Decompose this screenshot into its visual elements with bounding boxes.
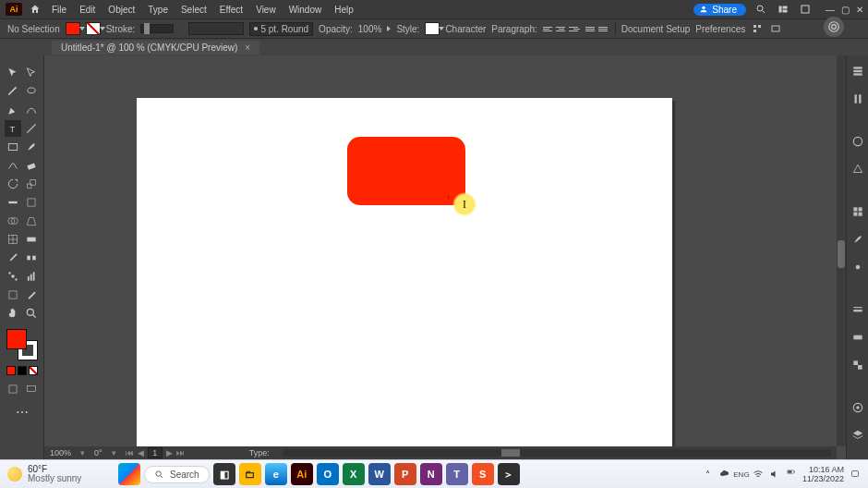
start-button[interactable] [118, 463, 140, 485]
swatches-icon[interactable] [850, 205, 865, 218]
fill-color-icon[interactable] [6, 329, 27, 349]
workspace-icon[interactable] [798, 2, 813, 17]
document-tab[interactable]: Untitled-1* @ 100 % (CMYK/CPU Preview) × [52, 41, 259, 55]
menu-window[interactable]: Window [289, 5, 322, 15]
close-tab-icon[interactable]: × [245, 43, 250, 53]
eraser-tool[interactable] [23, 157, 40, 174]
eyedropper-tool[interactable] [5, 250, 21, 266]
bullet-list-icon[interactable] [585, 23, 597, 34]
appearance-icon[interactable] [850, 401, 865, 414]
first-icon[interactable]: ⏮ [126, 448, 134, 458]
prev-icon[interactable]: ◀ [138, 448, 144, 458]
artboard[interactable]: ↕ I [137, 98, 672, 449]
explorer-icon[interactable]: 🗀 [239, 463, 261, 485]
arrange-icon[interactable] [776, 2, 790, 17]
chevron-icon[interactable] [387, 26, 391, 31]
free-transform-tool[interactable] [23, 194, 40, 211]
align-panel-icon[interactable] [751, 22, 764, 35]
align-center-icon[interactable] [556, 23, 567, 34]
share-button[interactable]: Share [693, 4, 746, 16]
hand-tool[interactable] [5, 305, 21, 322]
scroll-thumb[interactable] [838, 240, 845, 268]
width-tool[interactable] [5, 194, 21, 211]
opacity-value[interactable]: 100% [358, 24, 382, 34]
taskbar-search[interactable]: Search [144, 466, 210, 483]
weather-widget[interactable]: 60°F Mostly sunny [0, 465, 81, 483]
stroke-swatch[interactable] [86, 22, 101, 35]
symbol-tool[interactable] [5, 268, 21, 285]
word-icon[interactable]: W [368, 463, 391, 485]
shape-builder-tool[interactable] [5, 213, 21, 229]
battery-icon[interactable] [786, 469, 797, 480]
menu-help[interactable]: Help [334, 5, 354, 15]
menu-view[interactable]: View [256, 5, 276, 15]
home-icon[interactable] [28, 2, 42, 17]
artboard-tool[interactable] [5, 287, 21, 303]
menu-type[interactable]: Type [148, 5, 168, 15]
screen-mode-icon[interactable] [23, 381, 40, 397]
brush-definition[interactable] [188, 22, 244, 35]
align-right-icon[interactable] [569, 23, 580, 34]
close-button[interactable]: ✕ [855, 5, 864, 14]
color-guide-icon[interactable] [850, 163, 865, 176]
onedrive-icon[interactable] [719, 469, 730, 480]
pen-tool[interactable] [5, 102, 21, 118]
line-tool[interactable] [23, 120, 40, 137]
color-panel-icon[interactable] [850, 135, 865, 148]
slice-tool[interactable] [23, 287, 40, 303]
fill-swatch[interactable] [66, 22, 80, 35]
selection-tool[interactable] [5, 65, 21, 81]
zoom-tool[interactable] [23, 305, 40, 322]
minimize-button[interactable]: — [826, 5, 835, 14]
curvature-tool[interactable] [23, 102, 40, 118]
paragraph-link[interactable]: Paragraph: [491, 24, 536, 34]
fill-stroke-indicator[interactable] [6, 329, 38, 360]
zoom-level[interactable]: 100% [50, 448, 71, 458]
symbols-icon[interactable] [850, 261, 865, 274]
gradient-panel-icon[interactable] [850, 331, 865, 344]
search-icon[interactable] [753, 2, 768, 17]
type-tool[interactable]: T [5, 120, 21, 137]
rotate-tool[interactable] [5, 176, 21, 192]
onenote-icon[interactable]: N [420, 463, 442, 485]
shaper-tool[interactable] [5, 157, 21, 174]
outlook-icon[interactable]: O [317, 463, 339, 485]
last-icon[interactable]: ⏭ [176, 448, 185, 458]
snip-icon[interactable]: S [472, 463, 494, 485]
vertical-scrollbar[interactable] [837, 55, 846, 446]
direct-selection-tool[interactable] [23, 65, 40, 81]
libraries-icon[interactable] [850, 92, 865, 105]
brushes-icon[interactable] [850, 233, 865, 246]
magic-wand-tool[interactable] [5, 83, 21, 100]
artboard-number-input[interactable] [148, 447, 163, 458]
illustrator-taskbar-icon[interactable]: Ai [291, 463, 313, 485]
character-link[interactable]: Character [445, 24, 486, 34]
menu-effect[interactable]: Effect [220, 5, 243, 15]
color-mode-icon[interactable] [6, 366, 16, 375]
edge-icon[interactable]: e [265, 463, 287, 485]
notifications-icon[interactable] [850, 469, 861, 480]
horizontal-scrollbar[interactable] [283, 449, 831, 457]
properties-panel-icon[interactable] [850, 65, 865, 78]
terminal-icon[interactable]: ＞ [498, 463, 520, 485]
edit-toolbar-icon[interactable]: ⋯ [16, 405, 29, 420]
rectangle-tool[interactable] [5, 139, 21, 155]
blend-tool[interactable] [23, 250, 40, 266]
taskbar-clock[interactable]: 10:16 AM 11/23/2022 [802, 465, 844, 483]
layers-icon[interactable] [850, 429, 865, 442]
gradient-mode-icon[interactable] [18, 366, 27, 375]
scale-tool[interactable] [23, 176, 40, 192]
menu-select[interactable]: Select [181, 5, 207, 15]
menu-edit[interactable]: Edit [79, 5, 95, 15]
graph-tool[interactable] [23, 268, 40, 285]
document-setup-button[interactable]: Document Setup [621, 24, 691, 34]
wifi-icon[interactable] [753, 469, 764, 480]
volume-icon[interactable] [769, 469, 780, 480]
rotate-value[interactable]: 0° [94, 448, 102, 458]
maximize-button[interactable]: ▢ [840, 5, 850, 14]
powerpoint-icon[interactable]: P [394, 463, 416, 485]
task-view-icon[interactable]: ◧ [213, 463, 235, 485]
lasso-tool[interactable] [23, 83, 40, 100]
excel-icon[interactable]: X [343, 463, 365, 485]
transform-panel-icon[interactable] [769, 22, 782, 35]
